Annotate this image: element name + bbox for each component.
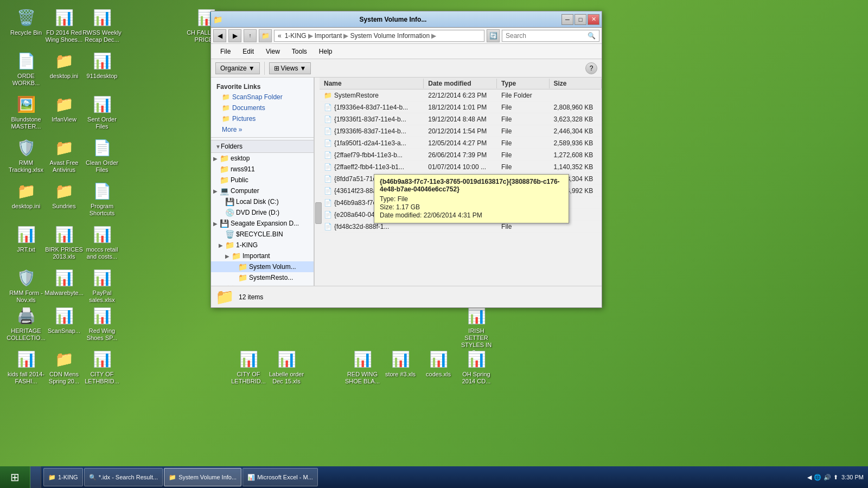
tree-item-public[interactable]: 📁 Public: [211, 175, 314, 185]
file-row[interactable]: 📄 {1fa950f1-d2a4-11e3-a... 12/05/2014 4:…: [320, 137, 602, 149]
desktop-ini2-icon[interactable]: 📄 Clean Order Files: [80, 134, 124, 176]
scansnap-folder-link[interactable]: 📁 ScanSnap Folder: [211, 92, 314, 102]
file-row[interactable]: 📄 {2ffaef79-fbb4-11e3-b... 26/06/2014 7:…: [320, 149, 602, 161]
jrt-txt-icon[interactable]: 📄 Program Shortcuts: [80, 178, 124, 219]
tree-item-sysvolume[interactable]: 📁 System Volum...: [211, 261, 314, 272]
taskbar-item-excel[interactable]: 📊 Microsoft Excel - M...: [242, 468, 318, 486]
back-button[interactable]: ◀: [213, 29, 226, 42]
help-menu[interactable]: Help: [314, 46, 337, 57]
file-row[interactable]: 📄 {1f9336f6-83d7-11e4-b... 20/12/2014 1:…: [320, 125, 602, 137]
show-desktop-button[interactable]: [30, 466, 41, 488]
oh-spring-icon[interactable]: 📊 codes.xls: [417, 346, 460, 380]
911desktop-icon[interactable]: 📁 desktop.ini: [42, 48, 86, 82]
red-wing-sp-icon[interactable]: 📊 ScanSnap...: [42, 303, 86, 337]
tray-expand-icon[interactable]: ◀: [807, 474, 812, 481]
tree-item-important[interactable]: ▶ 📁 Important: [211, 251, 314, 261]
paypal-sales-icon[interactable]: 📊 Malwarebyte...: [42, 265, 86, 299]
folders-header[interactable]: ▼ Folders: [211, 140, 314, 153]
irish-setter-icon[interactable]: 📊 Red Wing Shoes SP...: [80, 303, 124, 344]
views-button[interactable]: ⊞ Views ▼: [269, 62, 311, 74]
forward-button[interactable]: ▶: [228, 29, 241, 42]
taskbar-item-1king[interactable]: 📁 1-KING: [43, 468, 83, 486]
minimize-button[interactable]: ─: [561, 14, 573, 25]
rmm-form-icon[interactable]: 📊 moccs retail and costs...: [80, 221, 124, 262]
recycle-bin-icon[interactable]: 🗑️ Recycle Bin: [4, 4, 48, 38]
irfanview-icon[interactable]: 🖼️ Blundstone MASTER...: [4, 91, 48, 132]
store3-icon[interactable]: 📊 RED WING SHOE BLA...: [341, 346, 384, 387]
labelle-order-icon[interactable]: 📊 CITY OF LETHBRID...: [227, 346, 270, 387]
title-bar: 📁 System Volume Info... ─ □ ✕: [211, 11, 602, 28]
sent-order-icon[interactable]: 📁 IrfanView: [42, 91, 86, 125]
city-leth2-icon[interactable]: 📊 CITY OF LETHBRID...: [80, 346, 124, 387]
scansnap-icon[interactable]: 🖨️ HERITAGE COLLECTIO...: [4, 303, 48, 344]
sundries-icon[interactable]: 📁 desktop.ini: [4, 178, 48, 212]
file-row[interactable]: 📄 {2ffaeff2-fbb4-11e3-b1... 01/07/2014 1…: [320, 161, 602, 173]
more-links-button[interactable]: More »: [211, 124, 314, 135]
file-date-3: 20/12/2014 1:54 PM: [424, 126, 497, 136]
heritage-icon[interactable]: 📊 PayPal sales.xlsx: [80, 265, 124, 306]
view-menu[interactable]: View: [261, 46, 285, 57]
tree-item-desktop[interactable]: ▶ 📁 esktop: [211, 153, 314, 164]
codes-icon[interactable]: 📊 store #3.xls: [379, 346, 422, 380]
taskbar-item-search[interactable]: 🔍 *.idx - Search Result...: [84, 468, 163, 486]
tree-item-computer[interactable]: ▶ 💻 Computer: [211, 185, 314, 196]
tree-item-dvd[interactable]: 💿 DVD Drive (D:): [211, 207, 314, 218]
breadcrumb-3[interactable]: Important: [315, 32, 342, 40]
help-button[interactable]: ?: [585, 62, 597, 74]
cdn-mens-icon[interactable]: 📊 kids fall 2014-FASHI...: [4, 346, 48, 387]
clean-order-icon[interactable]: 📁 Avast Free Antivirus: [42, 134, 86, 176]
tree-item-rwss[interactable]: 📁 rwss911: [211, 164, 314, 175]
file-type-3: File: [497, 126, 549, 136]
pictures-link[interactable]: 📁 Pictures: [211, 113, 314, 124]
documents-link[interactable]: 📁 Documents: [211, 102, 314, 113]
moccs-retail-icon[interactable]: 📊 BIRK PRICES 2013.xls: [42, 221, 86, 262]
file-menu[interactable]: File: [215, 46, 235, 57]
col-header-size[interactable]: Size: [550, 79, 602, 88]
tree-item-seagate[interactable]: ▶ 💾 Seagate Expansion D...: [211, 218, 314, 229]
explorer-window: 📁 System Volume Info... ─ □ ✕ ◀ ▶ ↑ 📁 « …: [210, 11, 602, 308]
col-header-name[interactable]: Name: [320, 79, 424, 88]
search-box[interactable]: 🔍: [502, 30, 599, 42]
refresh-button[interactable]: 🔄: [487, 29, 500, 42]
blundstone-icon[interactable]: 📊 911desktop: [80, 48, 124, 82]
tools-menu[interactable]: Tools: [287, 46, 312, 57]
scroll-thumb[interactable]: [315, 202, 322, 224]
up-button[interactable]: ↑: [244, 29, 257, 42]
edit-menu[interactable]: Edit: [238, 46, 259, 57]
breadcrumb-2[interactable]: 1-KING: [285, 32, 307, 40]
program-shortcuts-icon[interactable]: 📁 Sundries: [42, 178, 86, 212]
address-path[interactable]: « 1-KING ▶ Important ▶ System Volume Inf…: [274, 30, 484, 42]
file-size-1: 2,808,960 KB: [550, 102, 602, 112]
rw-shoe-bla-icon[interactable]: 📊 Labelle order Dec 15.xls: [265, 346, 308, 387]
file-row[interactable]: 📄 {1f9336f1-83d7-11e4-b... 19/12/2014 8:…: [320, 113, 602, 125]
file-row[interactable]: 📄 {1f9336e4-83d7-11e4-b... 18/12/2014 1:…: [320, 101, 602, 113]
tree-item-systemrestore[interactable]: 📁 SystemResto...: [211, 272, 314, 283]
close-button[interactable]: ✕: [588, 14, 599, 25]
col-header-date[interactable]: Date modified: [424, 79, 497, 88]
file-date-2: 19/12/2014 8:48 AM: [424, 114, 497, 124]
tree-item-local-disk[interactable]: 💾 Local Disk (C:): [211, 196, 314, 207]
left-panel-scrollbar[interactable]: [314, 78, 320, 286]
tooltip-type-line: Type: File: [380, 195, 563, 203]
birk-prices-icon[interactable]: 📊 JRT.txt: [4, 221, 48, 255]
malwarebytes-icon[interactable]: 🛡️ RMM Form - Nov.xls: [4, 265, 48, 306]
col-header-type[interactable]: Type: [497, 79, 549, 88]
maximize-button[interactable]: □: [575, 14, 586, 25]
volume-icon[interactable]: 🔊: [824, 474, 831, 481]
search-input[interactable]: [506, 32, 585, 40]
ch-fall-icon[interactable]: 📊 OH Spring 2014 CD...: [455, 346, 498, 387]
start-button[interactable]: ⊞: [0, 466, 30, 488]
desktop-ini-icon[interactable]: 📄 ORDE WORKB...: [4, 48, 48, 89]
breadcrumb-4[interactable]: System Volume Information: [350, 32, 430, 40]
organize-button[interactable]: Organize ▼: [215, 62, 260, 74]
tree-item-recyclebin[interactable]: 🗑️ $RECYCLE.BIN: [211, 229, 314, 240]
avast-icon[interactable]: 🛡️ RMM Tracking.xlsx: [4, 134, 48, 176]
tree-item-1king[interactable]: ▶ 📁 1-KING: [211, 240, 314, 251]
breadcrumb-1: «: [278, 32, 282, 40]
file-row[interactable]: 📁 SystemRestore 22/12/2014 6:23 PM File …: [320, 89, 602, 101]
city-leth1-icon[interactable]: 📁 CDN Mens Spring 20...: [42, 346, 86, 387]
fd-2014-icon[interactable]: 📊 FD 2014 Red Wing Shoes...: [42, 4, 86, 46]
rmm-tracking-icon[interactable]: 📊 Sent Order Files: [80, 91, 124, 132]
rwss-weekly-icon[interactable]: 📊 RWSS Weekly Recap Dec...: [80, 4, 124, 46]
taskbar-item-sysvolume[interactable]: 📁 System Volume Info...: [164, 468, 241, 486]
